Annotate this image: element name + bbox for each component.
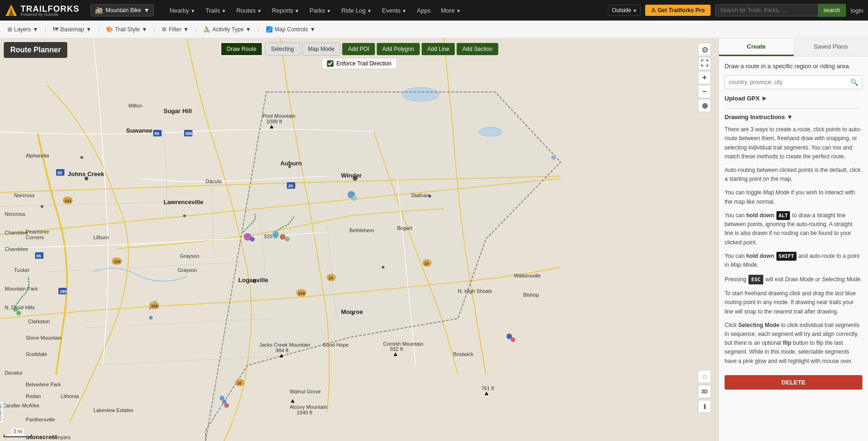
map-mode-button[interactable]: Map Mode [302,43,341,56]
nav-parks[interactable]: Parks▼ [305,4,336,17]
add-polygon-button[interactable]: Add Polygon [377,43,420,55]
nav-nearby[interactable]: Nearby▼ [165,4,200,17]
svg-rect-75 [153,130,162,136]
map-controls-bottom: □ 3D ℹ [698,370,711,413]
upload-gpx[interactable]: Upload GPX ▶ [725,95,862,102]
svg-text:Belvedere Park: Belvedere Park [26,382,61,387]
search-button[interactable]: search [818,4,846,17]
svg-text:Bethlehem: Bethlehem [349,228,374,233]
svg-point-100 [250,237,255,242]
enforce-trail-label[interactable]: Enforce Trail Direction [336,60,391,67]
zoom-out-button[interactable]: − [698,85,711,98]
svg-rect-93 [327,274,335,281]
trailstyle-control[interactable]: 🎨 Trail Style ▼ [102,24,151,35]
layers-control[interactable]: ⊞ Layers ▼ [4,24,42,35]
svg-text:Peachtree: Peachtree [26,229,49,235]
square-button[interactable]: □ [698,370,711,383]
svg-text:Decatur: Decatur [5,370,23,376]
svg-text:Mountain Park: Mountain Park [5,286,38,292]
svg-text:Norcross: Norcross [5,211,26,217]
zoom-in-button[interactable]: + [698,71,711,84]
selecting-button[interactable]: Selecting [265,43,300,56]
svg-text:Lilburn: Lilburn [93,235,109,240]
add-poi-button[interactable]: Add POI [342,43,375,55]
svg-point-11 [428,195,431,198]
svg-text:Dacula: Dacula [206,178,222,184]
search-input[interactable] [715,4,818,16]
trailforks-logo-icon [5,4,18,17]
svg-text:Corners: Corners [26,235,44,240]
svg-rect-81 [287,182,295,189]
svg-text:Sugar Hill: Sugar Hill [164,107,192,114]
gpx-arrow-icon: ▶ [762,95,766,101]
svg-text:85: 85 [155,131,159,136]
tab-create[interactable]: Create [719,38,794,56]
svg-text:316: 316 [151,304,158,308]
filter-control[interactable]: ⚙ Filter ▼ [158,24,192,35]
get-pro-button[interactable]: ⚠ Get Trailforks Pro [645,5,710,16]
nav-reports[interactable]: Reports▼ [267,4,304,17]
basemap-control[interactable]: 🗺 Basemap ▼ [49,24,95,35]
svg-point-113 [222,399,227,404]
instruction-6: Pressing ESC will exit Draw Mode or Sele… [725,275,862,285]
draw-route-button[interactable]: Draw Route [221,42,263,56]
svg-text:10: 10 [424,261,429,266]
svg-text:761 ft: 761 ft [481,385,494,391]
nav-ridelog[interactable]: Ride Log▼ [337,4,377,17]
fullscreen-button[interactable]: ⛶ [698,57,711,70]
logo[interactable]: TRAILFORKS Powered by Outside [5,4,79,17]
drawing-instructions-header[interactable]: Drawing Instructions ▼ [725,114,862,121]
nav-trails[interactable]: Trails▼ [201,4,231,17]
location-button[interactable]: ⊙ [698,43,711,56]
login-button[interactable]: login [851,7,863,14]
instruction-4: You can hold down ALT to draw a straight… [725,211,862,247]
svg-point-104 [348,191,355,199]
tab-saved-plans[interactable]: Saved Plans [794,38,868,56]
add-line-button[interactable]: Add Line [421,43,455,55]
svg-text:Good Hope: Good Hope [322,342,349,348]
enforce-trail-checkbox[interactable] [327,60,334,67]
nav-more[interactable]: More▼ [436,4,466,17]
upload-gpx-label: Upload GPX [725,95,760,102]
outside-badge[interactable]: Outside ● [608,5,641,16]
add-section-button[interactable]: Add Section [457,43,498,55]
svg-marker-5 [206,92,561,441]
scale-line [4,434,32,437]
svg-text:Tucker: Tucker [14,267,30,273]
3d-button[interactable]: 3D [698,385,711,398]
svg-point-9 [353,176,357,181]
layers-icon: ⊞ [7,26,12,33]
svg-rect-85 [63,197,72,204]
svg-text:Loganville: Loganville [238,277,268,284]
svg-point-15 [351,313,354,315]
svg-point-10 [288,165,291,168]
activity-type-control[interactable]: 🚴 Activity Type ▼ [199,24,255,35]
svg-point-102 [280,234,285,240]
svg-point-6 [80,156,83,159]
region-input[interactable] [725,76,847,88]
svg-text:Statham: Statham [411,192,430,198]
region-search-icon[interactable]: 🔍 [847,76,862,89]
outside-label: Outside [612,7,631,14]
svg-text:Panthersville: Panthersville [26,417,55,422]
reset-bearing-button[interactable]: ⊕ [698,99,711,112]
svg-text:Redan: Redan [26,393,41,399]
svg-rect-73 [56,169,64,176]
svg-rect-2 [0,38,719,441]
svg-text:Monroe: Monroe [341,308,363,315]
svg-text:Winder: Winder [341,172,362,179]
svg-text:Grayson: Grayson [178,267,197,273]
svg-point-107 [16,311,21,315]
route-planner-label: Route Planner [4,42,67,58]
delete-button[interactable]: DELETE [725,375,862,390]
map-controls-control[interactable]: 🗾 Map Controls ▼ [262,24,319,35]
map-area[interactable]: Alpharetta Johns Creek Suwanee Norcross … [0,38,719,441]
activity-selector[interactable]: 🚵 Mountain Bike ▼ [91,4,154,16]
nav-events[interactable]: Events▼ [377,4,412,17]
info-button[interactable]: ℹ [698,400,711,413]
nav-routes[interactable]: Routes▼ [232,4,266,17]
trailstyle-icon: 🎨 [106,26,113,33]
svg-text:Johns Creek: Johns Creek [68,171,105,178]
nav-apps[interactable]: Apps [412,4,435,17]
bike-icon: 🚵 [95,7,103,14]
